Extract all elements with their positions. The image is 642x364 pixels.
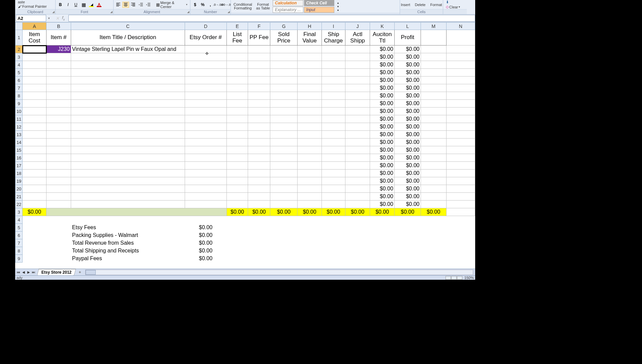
italic-button[interactable]: I (65, 2, 71, 8)
cell[interactable] (270, 154, 297, 162)
cell[interactable] (322, 84, 345, 92)
cell[interactable] (248, 170, 270, 177)
cell[interactable] (248, 146, 270, 154)
cell[interactable] (345, 61, 370, 69)
cell[interactable] (71, 154, 185, 162)
cell[interactable] (345, 201, 370, 208)
cell[interactable] (71, 162, 185, 170)
cell[interactable] (298, 185, 322, 193)
cell[interactable]: $0.00 (394, 46, 421, 53)
cell[interactable] (421, 61, 446, 69)
clear-button[interactable]: ◇ Clear ▾ (445, 5, 461, 9)
cell[interactable] (248, 46, 270, 53)
col-header-D[interactable]: D (185, 23, 226, 30)
cell[interactable] (421, 185, 446, 193)
cell[interactable]: $0.00 (394, 84, 421, 92)
row-header-4[interactable]: 4 (16, 61, 23, 69)
cell[interactable] (446, 232, 475, 239)
cell[interactable]: $0.00 (394, 154, 421, 162)
row-header-9[interactable]: 9 (16, 100, 23, 108)
cell[interactable] (226, 162, 248, 170)
cell[interactable] (446, 162, 475, 170)
cell[interactable]: $0.00 (394, 162, 421, 170)
cell[interactable] (71, 208, 185, 216)
cell[interactable] (226, 115, 248, 123)
cell[interactable]: $0.00 (370, 61, 395, 69)
cell[interactable] (248, 193, 270, 201)
header-cell[interactable]: Etsy Order # (185, 30, 226, 46)
cell[interactable]: $0.00 (370, 53, 395, 61)
header-cell[interactable]: Ship Charge (322, 30, 345, 46)
cell[interactable] (345, 216, 370, 224)
cell[interactable] (421, 247, 446, 255)
cell[interactable] (185, 170, 226, 177)
cell[interactable] (226, 201, 248, 208)
cell[interactable] (370, 216, 395, 224)
cell[interactable] (47, 53, 71, 61)
cell[interactable]: $0.00 (270, 208, 297, 216)
cell[interactable]: $0.00 (185, 247, 226, 255)
col-header-M[interactable]: M (421, 23, 446, 30)
cell[interactable] (185, 131, 226, 139)
cell[interactable] (446, 154, 475, 162)
cell[interactable] (446, 239, 475, 247)
comma-button[interactable]: , (207, 2, 214, 8)
name-box[interactable]: A2 (16, 15, 46, 22)
cell[interactable] (298, 108, 322, 115)
cell[interactable] (298, 232, 322, 239)
row-header-22[interactable]: 22 (16, 201, 23, 208)
cell[interactable] (421, 131, 446, 139)
sheet-tab-active[interactable]: Etsy Store 2012 (37, 269, 76, 275)
cell[interactable] (270, 108, 297, 115)
cell[interactable] (248, 92, 270, 100)
cell[interactable] (446, 216, 475, 224)
cell[interactable] (446, 255, 475, 263)
cell[interactable] (298, 224, 322, 232)
select-all-corner[interactable] (16, 23, 23, 30)
row-header-1[interactable]: 1 (16, 30, 23, 46)
col-header-L[interactable]: L (394, 23, 421, 30)
cell[interactable] (248, 84, 270, 92)
cell[interactable] (248, 123, 270, 131)
increase-decimal-button[interactable]: .0→.00 (215, 2, 221, 8)
align-left-button[interactable] (115, 2, 121, 8)
cell[interactable] (226, 154, 248, 162)
cell[interactable] (270, 139, 297, 146)
cell[interactable] (23, 170, 47, 177)
cell[interactable] (185, 61, 226, 69)
cell[interactable] (298, 46, 322, 53)
cell[interactable] (322, 115, 345, 123)
conditional-formatting-button[interactable]: Conditional Formatting (232, 3, 253, 10)
cell[interactable] (270, 123, 297, 131)
header-cell[interactable]: Item # (47, 30, 71, 46)
cell[interactable]: $0.00 (394, 100, 421, 108)
cell[interactable] (185, 92, 226, 100)
cell[interactable] (298, 146, 322, 154)
cell[interactable]: $0.00 (370, 193, 395, 201)
header-cell[interactable]: Sold Price (270, 30, 297, 46)
cell[interactable] (421, 69, 446, 77)
cell[interactable] (47, 216, 71, 224)
cell[interactable] (248, 100, 270, 108)
cell[interactable]: $0.00 (370, 100, 395, 108)
cell[interactable]: $0.00 (394, 170, 421, 177)
cell[interactable] (394, 255, 421, 263)
cell[interactable] (322, 146, 345, 154)
cell[interactable]: Packing Supplies - Walmart (71, 232, 185, 239)
cell[interactable] (185, 115, 226, 123)
cell[interactable] (248, 53, 270, 61)
cell[interactable] (322, 185, 345, 193)
cell[interactable] (226, 216, 248, 224)
cell[interactable]: $0.00 (394, 123, 421, 131)
cell[interactable]: $0.00 (394, 208, 421, 216)
cell[interactable] (322, 193, 345, 201)
cell[interactable] (298, 61, 322, 69)
cell[interactable] (345, 170, 370, 177)
cell[interactable]: $0.00 (370, 108, 395, 115)
cell[interactable] (370, 247, 395, 255)
cell[interactable] (322, 100, 345, 108)
cell[interactable] (298, 170, 322, 177)
delete-button[interactable]: Delete (414, 3, 427, 7)
cell[interactable]: $0.00 (23, 208, 47, 216)
format-as-table-button[interactable]: Format as Table (255, 3, 271, 10)
